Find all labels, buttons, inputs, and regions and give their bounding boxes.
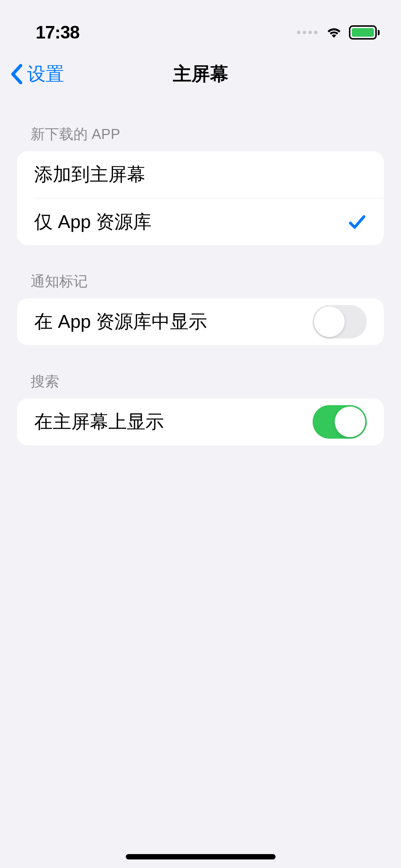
section-header-notification-badges: 通知标记 <box>17 245 384 298</box>
wifi-icon <box>325 25 343 40</box>
group-search: 在主屏幕上显示 <box>17 398 384 445</box>
page-title: 主屏幕 <box>173 62 228 87</box>
status-time: 17:38 <box>36 22 79 43</box>
row-label: 仅 App 资源库 <box>34 210 151 234</box>
content: 新下载的 APP 添加到主屏幕 仅 App 资源库 通知标记 在 App 资源库… <box>0 98 401 445</box>
row-show-on-home: 在主屏幕上显示 <box>17 398 384 445</box>
cellular-icon <box>297 31 318 34</box>
battery-icon <box>349 25 380 40</box>
nav-bar: 设置 主屏幕 <box>0 50 401 98</box>
toggle-show-in-app-library[interactable] <box>313 305 367 339</box>
option-app-library-only[interactable]: 仅 App 资源库 <box>34 198 384 245</box>
status-indicators <box>297 25 380 40</box>
status-bar: 17:38 <box>0 0 401 50</box>
chevron-left-icon <box>10 63 23 85</box>
checkmark-icon <box>348 212 367 232</box>
home-indicator[interactable] <box>126 854 276 859</box>
toggle-show-on-home[interactable] <box>313 405 367 439</box>
back-label: 设置 <box>27 62 64 87</box>
row-label: 添加到主屏幕 <box>34 162 145 187</box>
row-show-in-app-library: 在 App 资源库中显示 <box>17 298 384 345</box>
row-label: 在主屏幕上显示 <box>34 409 164 434</box>
section-header-search: 搜索 <box>17 345 384 398</box>
back-button[interactable]: 设置 <box>10 62 64 87</box>
group-new-apps: 添加到主屏幕 仅 App 资源库 <box>17 151 384 245</box>
section-header-new-apps: 新下载的 APP <box>17 98 384 151</box>
row-label: 在 App 资源库中显示 <box>34 309 207 334</box>
option-add-to-home[interactable]: 添加到主屏幕 <box>17 151 384 198</box>
group-notification-badges: 在 App 资源库中显示 <box>17 298 384 345</box>
